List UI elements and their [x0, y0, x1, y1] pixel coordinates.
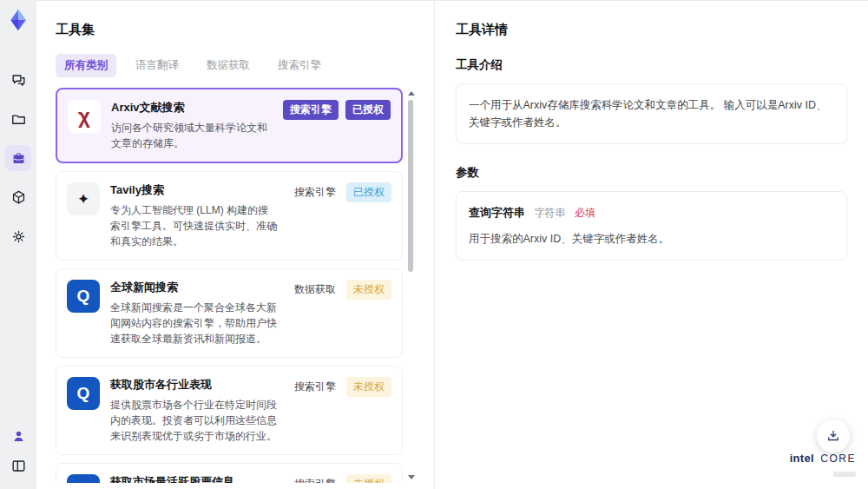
param-box: 查询字符串 字符串 必填 用于搜索的Arxiv ID、关键字或作者姓名。: [456, 191, 847, 261]
global-news-icon: Q: [67, 280, 100, 313]
tool-name: Tavily搜索: [110, 182, 277, 198]
auth-badge: 已授权: [345, 100, 391, 120]
gear-icon: [10, 228, 27, 245]
tool-card-arxiv[interactable]: χ Arxiv文献搜索 访问各个研究领域大量科学论文和文章的存储库。 搜索引擎 …: [56, 88, 403, 163]
auth-badge: 未授权: [346, 474, 391, 483]
param-required-badge: 必填: [575, 207, 595, 219]
intro-box: 一个用于从Arxiv存储库搜索科学论文和文章的工具。 输入可以是Arxiv ID…: [456, 83, 847, 144]
param-header: 查询字符串 字符串 必填: [469, 204, 834, 222]
app-window: 工具集 所有类别 语言翻译 数据获取 搜索引擎 χ Arxiv文献搜索 访问各个…: [0, 0, 868, 489]
tool-name: Arxiv文献搜索: [111, 100, 269, 116]
detail-title: 工具详情: [456, 22, 847, 38]
panel-icon: [10, 458, 27, 474]
scrollbar[interactable]: [406, 89, 415, 483]
tool-name: 全球新闻搜索: [110, 280, 277, 295]
scrollbar-thumb[interactable]: [408, 100, 413, 272]
tool-list-panel: 工具集 所有类别 语言翻译 数据获取 搜索引擎 χ Arxiv文献搜索 访问各个…: [36, 1, 434, 489]
sidebar-item-files[interactable]: [5, 106, 31, 132]
core-wordmark: CORE: [820, 453, 856, 465]
tool-card-sector-performance[interactable]: Q 获取股市各行业表现 提供股票市场各个行业在特定时间段内的表现。投资者可以利用…: [56, 366, 403, 455]
sidebar-item-chat[interactable]: [5, 67, 31, 93]
category-tag: 数据获取: [291, 280, 339, 300]
param-type: 字符串: [534, 207, 565, 219]
param-name: 查询字符串: [469, 206, 525, 219]
sidebar-item-user[interactable]: [5, 423, 31, 449]
intro-section-title: 工具介绍: [456, 57, 847, 73]
download-icon: [825, 428, 841, 444]
user-icon: [10, 428, 27, 445]
download-button[interactable]: [817, 420, 850, 453]
category-tag: 搜索引擎: [291, 182, 339, 202]
params-section-title: 参数: [456, 165, 847, 181]
intel-wordmark: intel: [790, 452, 814, 465]
category-tag: 搜索引擎: [291, 474, 339, 483]
tool-card-tavily[interactable]: ✦ Tavily搜索 专为人工智能代理 (LLM) 构建的搜索引擎工具。可快速提…: [56, 171, 403, 261]
folder-icon: [10, 111, 27, 128]
auth-badge: 未授权: [346, 280, 391, 300]
scroll-down-arrow[interactable]: [408, 475, 415, 479]
tool-description: 提供股票市场各个行业在特定时间段内的表现。投资者可以利用这些信息来识别表现优于或…: [110, 397, 277, 444]
tab-search-engine[interactable]: 搜索引擎: [269, 54, 330, 77]
tavily-icon: ✦: [67, 182, 100, 215]
tool-card-active-stocks[interactable]: Q 获取市场最活跃股票信息 提供当天交易量最高的股票列表，投资者可以利用这些信息…: [56, 463, 403, 483]
param-description: 用于搜索的Arxiv ID、关键字或作者姓名。: [469, 230, 834, 248]
arxiv-icon: χ: [68, 100, 101, 133]
chat-icon: [10, 72, 27, 89]
tab-all-categories[interactable]: 所有类别: [56, 54, 116, 77]
active-stocks-icon: Q: [67, 474, 100, 483]
briefcase-icon: [10, 150, 27, 167]
tool-detail-panel: 工具详情 工具介绍 一个用于从Arxiv存储库搜索科学论文和文章的工具。 输入可…: [434, 1, 868, 489]
brand-sub-mark: [833, 472, 856, 477]
finance-glyph: Q: [77, 384, 90, 403]
category-tabs: 所有类别 语言翻译 数据获取 搜索引擎: [56, 54, 415, 77]
category-badge: 搜索引擎: [283, 100, 339, 120]
finance-glyph: Q: [77, 481, 90, 483]
auth-badge: 已授权: [346, 182, 391, 202]
content-area: 工具集 所有类别 语言翻译 数据获取 搜索引擎 χ Arxiv文献搜索 访问各个…: [36, 0, 868, 489]
tab-language-translation[interactable]: 语言翻译: [127, 54, 187, 77]
arxiv-glyph: χ: [78, 104, 90, 129]
tool-name: 获取股市各行业表现: [110, 377, 277, 393]
sidebar-item-panel-toggle[interactable]: [5, 453, 31, 479]
tool-description: 访问各个研究领域大量科学论文和文章的存储库。: [111, 120, 269, 151]
sidebar-nav: [5, 67, 31, 249]
sidebar-rail: [0, 0, 36, 489]
intro-text: 一个用于从Arxiv存储库搜索科学论文和文章的工具。 输入可以是Arxiv ID…: [469, 99, 827, 129]
page-title: 工具集: [56, 22, 415, 38]
cube-icon: [10, 189, 27, 206]
finance-glyph: Q: [77, 287, 90, 306]
tool-card-global-news[interactable]: Q 全球新闻搜索 全球新闻搜索是一个聚合全球各大新闻网站内容的搜索引擎，帮助用户…: [56, 268, 403, 358]
tavily-glyph: ✦: [77, 190, 89, 208]
auth-badge: 未授权: [346, 377, 391, 397]
tool-list: χ Arxiv文献搜索 访问各个研究领域大量科学论文和文章的存储库。 搜索引擎 …: [56, 88, 415, 483]
sidebar-item-tools[interactable]: [5, 145, 31, 171]
scroll-up-arrow[interactable]: [408, 91, 415, 96]
tool-name: 获取市场最活跃股票信息: [110, 474, 277, 483]
intel-core-logo: intel CORE: [790, 450, 856, 480]
app-logo: [6, 8, 30, 32]
tool-description: 专为人工智能代理 (LLM) 构建的搜索引擎工具。可快速提供实时、准确和真实的结…: [110, 202, 277, 249]
sidebar-bottom: [5, 423, 31, 479]
sidebar-item-plugins[interactable]: [5, 184, 31, 210]
tool-description: 全球新闻搜索是一个聚合全球各大新闻网站内容的搜索引擎，帮助用户快速获取全球最新资…: [110, 300, 277, 347]
tab-data-acquisition[interactable]: 数据获取: [198, 54, 259, 77]
sector-performance-icon: Q: [67, 377, 100, 410]
sidebar-item-settings[interactable]: [5, 223, 31, 249]
category-tag: 搜索引擎: [291, 377, 339, 397]
